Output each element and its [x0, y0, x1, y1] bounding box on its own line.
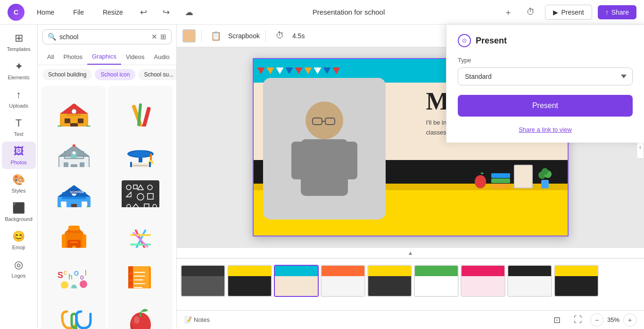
- chip-supplies[interactable]: School su...: [138, 69, 176, 80]
- present-button[interactable]: ▶ Present: [545, 5, 592, 20]
- background-icon: ⬛: [12, 202, 25, 214]
- sidebar-item-text[interactable]: T Text: [2, 113, 36, 141]
- filmstrip-slide-4[interactable]: 4: [321, 265, 365, 304]
- sidebar-item-photos[interactable]: 🖼 Photos: [2, 142, 36, 169]
- fullscreen-button[interactable]: ⛶: [570, 312, 586, 329]
- notes-icon: 📝: [184, 316, 192, 323]
- search-input[interactable]: [59, 33, 149, 41]
- add-slide-button[interactable]: ＋: [500, 4, 517, 21]
- svg-point-94: [475, 175, 486, 188]
- svg-point-71: [61, 281, 68, 289]
- svg-point-98: [542, 168, 548, 175]
- save-button[interactable]: ☁: [181, 4, 198, 21]
- sidebar-item-logos[interactable]: ◎ Logos: [2, 255, 36, 282]
- scrapbook-toggle[interactable]: 📋: [207, 27, 224, 44]
- background-label: Background: [5, 216, 33, 222]
- teacher-image: [263, 78, 386, 219]
- filmstrip-slide-7[interactable]: 7: [461, 265, 505, 304]
- filmstrip-toggle[interactable]: ▲: [177, 248, 644, 258]
- filmstrip-slide-2[interactable]: 2: [227, 265, 272, 304]
- chip-icon[interactable]: School icon: [95, 69, 135, 80]
- topbar: C Home File Resize ↩ ↪ ☁ Presentation fo…: [0, 0, 644, 25]
- fit-width-button[interactable]: ⊡: [549, 312, 566, 329]
- svg-point-86: [134, 316, 140, 324]
- timer-button[interactable]: ⏱: [522, 4, 539, 21]
- notes-button[interactable]: 📝 Notes: [184, 316, 210, 323]
- filmstrip-slide-5[interactable]: 5: [367, 265, 412, 304]
- filmstrip-slide-8[interactable]: 8: [507, 265, 552, 304]
- color-swatch[interactable]: [182, 29, 196, 42]
- graphic-paperclips[interactable]: [41, 288, 106, 329]
- svg-rect-63: [70, 242, 78, 243]
- overlay-header: ⊙ Present: [458, 34, 633, 47]
- photos-icon: 🖼: [14, 145, 24, 158]
- flag-5: [295, 67, 303, 74]
- tab-all[interactable]: All: [42, 50, 58, 64]
- present-icon: ▶: [553, 8, 558, 16]
- zoom-out-button[interactable]: −: [590, 313, 603, 327]
- filmstrip-slide-1[interactable]: 1: [181, 265, 225, 304]
- books-stack: [491, 173, 510, 188]
- svg-text:S: S: [58, 270, 63, 280]
- side-nav: ⊞ Templates ✦ Elements ↑ Uploads T Text …: [0, 25, 38, 329]
- search-icon: 🔍: [48, 33, 57, 41]
- svg-point-82: [129, 272, 132, 275]
- flag-4: [286, 67, 293, 74]
- elements-label: Elements: [8, 75, 30, 80]
- search-bar: 🔍 ✕ ⊞: [42, 29, 172, 44]
- filmstrip-slide-6[interactable]: 6: [414, 265, 459, 304]
- status-bar: 📝 Notes ⊡ ⛶ − 35% +: [177, 310, 644, 329]
- clear-search-button[interactable]: ✕: [151, 33, 157, 41]
- sidebar-item-emoji[interactable]: 😊 Emoji: [2, 227, 36, 254]
- box-item: [514, 165, 533, 188]
- document-title: Presentation for school: [203, 8, 495, 16]
- scrapbook-icon: 📋: [211, 31, 221, 41]
- undo-button[interactable]: ↩: [135, 4, 152, 21]
- svg-text:l: l: [85, 269, 87, 277]
- filter-button[interactable]: ⊞: [160, 33, 166, 41]
- timer-toggle[interactable]: ⏱: [272, 27, 289, 44]
- sidebar-item-elements[interactable]: ✦ Elements: [2, 57, 36, 84]
- graphic-apple[interactable]: [108, 288, 173, 329]
- elements-icon: ✦: [15, 60, 23, 73]
- desk-items: [473, 165, 553, 188]
- share-link-button[interactable]: Share a link to view: [458, 126, 633, 133]
- filmstrip-slide-9[interactable]: 9: [554, 265, 599, 304]
- resize-button[interactable]: Resize: [96, 6, 130, 19]
- photos-label: Photos: [10, 160, 26, 165]
- svg-text:SCHOOL: SCHOOL: [70, 190, 84, 194]
- svg-point-87: [305, 101, 343, 139]
- present-big-button[interactable]: Present: [458, 95, 633, 117]
- tab-photos[interactable]: Photos: [58, 50, 87, 64]
- share-icon: ↑: [605, 8, 609, 16]
- styles-label: Styles: [12, 188, 26, 194]
- home-button[interactable]: Home: [30, 6, 61, 19]
- tab-videos[interactable]: Videos: [121, 50, 149, 64]
- sidebar-item-uploads[interactable]: ↑ Uploads: [2, 85, 36, 112]
- text-label: Text: [14, 131, 23, 137]
- type-select[interactable]: Standard Autoplay Presenter View: [458, 67, 633, 85]
- sidebar-item-background[interactable]: ⬛ Background: [2, 198, 36, 226]
- sidebar-item-styles[interactable]: 🎨 Styles: [2, 170, 36, 197]
- svg-text:c: c: [64, 269, 67, 276]
- uploads-label: Uploads: [9, 103, 28, 109]
- zoom-level: 35%: [607, 316, 619, 323]
- chip-building[interactable]: School building: [42, 69, 92, 80]
- tab-audio[interactable]: Audio: [149, 50, 174, 64]
- emoji-label: Emoji: [12, 245, 25, 250]
- apple-decoration: [473, 171, 487, 188]
- filter-tabs: All Photos Graphics Videos Audio: [38, 49, 176, 65]
- sidebar-item-templates[interactable]: ⊞ Templates: [2, 28, 36, 56]
- main-layout: ⊞ Templates ✦ Elements ↑ Uploads T Text …: [0, 25, 644, 329]
- svg-rect-80: [134, 283, 145, 284]
- redo-button[interactable]: ↪: [158, 4, 175, 21]
- left-panel: 🔍 ✕ ⊞ All Photos Graphics Videos Audio S…: [38, 25, 177, 329]
- zoom-in-button[interactable]: +: [623, 313, 636, 327]
- filmstrip-slide-3[interactable]: 3: [274, 265, 319, 304]
- svg-rect-19: [80, 162, 84, 167]
- file-button[interactable]: File: [66, 6, 91, 19]
- filmstrip: 123456789: [177, 258, 644, 310]
- share-button[interactable]: ↑ Share: [598, 5, 636, 19]
- slide-time: 4.5s: [292, 32, 305, 40]
- tab-graphics[interactable]: Graphics: [87, 49, 121, 65]
